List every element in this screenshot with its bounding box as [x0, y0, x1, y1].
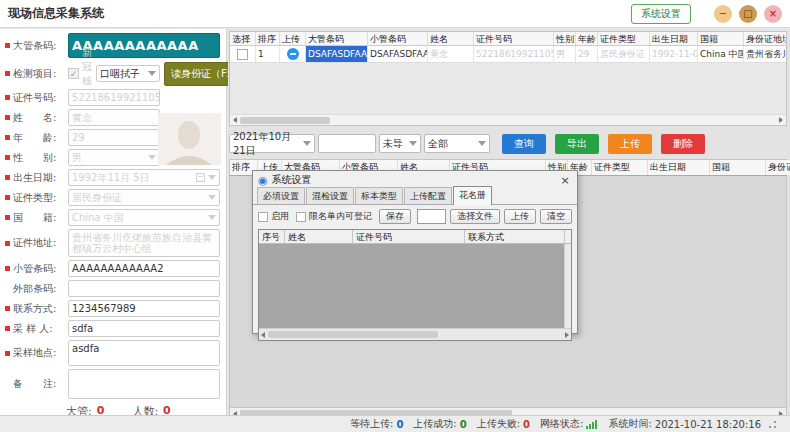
close-button[interactable]: × [764, 5, 782, 23]
roster-controls: 启用 限名单内可登记 保存 选择文件 上传 清空 [253, 205, 577, 227]
swab-type-select[interactable]: 口咽拭子 [96, 65, 160, 82]
tab-required-settings[interactable]: 必填设置 [257, 187, 305, 204]
field-label: 证件类型: [13, 191, 68, 205]
horizontal-scrollbar[interactable] [259, 328, 571, 340]
upload-button[interactable]: 上传 [608, 134, 652, 154]
column-header[interactable]: 国籍 [698, 32, 744, 45]
column-header[interactable]: 排序 [256, 32, 280, 45]
column-header[interactable]: 证件号码 [474, 32, 554, 45]
field-label: 证件地址: [13, 236, 68, 250]
sample-place-input[interactable]: asdfa [68, 340, 220, 366]
cell-order: 1 [256, 46, 280, 62]
scope-filter-select[interactable]: 全部 [424, 134, 490, 153]
gender-select[interactable]: 男 [68, 149, 160, 166]
field-label: 联系方式: [13, 302, 68, 316]
scroll-left-icon[interactable] [233, 117, 237, 123]
maximize-button[interactable]: □ [739, 5, 757, 23]
chevron-down-icon [148, 71, 156, 76]
column-header[interactable]: 国籍 [710, 160, 766, 175]
birth-date-picker[interactable]: 1992年11月 5日 [68, 169, 220, 186]
cell-id-number: 522186199211051531 [474, 46, 554, 62]
table-row[interactable]: 1 DSAFASDFAAAS DSAFASDFAAAS1 黄念 52218619… [230, 46, 787, 63]
column-header[interactable]: 出生日期 [650, 32, 698, 45]
covid-test-checkbox[interactable]: ✓ [68, 68, 79, 79]
tab-roster[interactable]: 花名册 [453, 186, 492, 205]
cell-big-tube[interactable]: DSAFASDFAAAS [306, 46, 368, 62]
age-input[interactable]: 29 [68, 129, 160, 146]
export-button[interactable]: 导出 [555, 134, 599, 154]
column-header[interactable]: 大管条码 [306, 32, 368, 45]
required-marker [5, 115, 10, 120]
required-marker [5, 326, 10, 331]
column-header[interactable]: 姓名 [285, 230, 353, 243]
row-checkbox[interactable] [237, 49, 248, 60]
nationality-select[interactable]: China 中国 [68, 209, 220, 226]
scroll-right-icon[interactable] [779, 117, 783, 123]
date-select[interactable]: 2021年10月21日 [229, 134, 315, 153]
vertical-scrollbar[interactable] [564, 244, 571, 328]
field-label: 备 注: [13, 377, 68, 391]
required-marker [5, 351, 10, 356]
scrollbar-thumb[interactable] [268, 331, 438, 338]
column-header[interactable]: 证件号码 [353, 230, 465, 243]
scrollbar-thumb[interactable] [240, 117, 330, 124]
minimize-button[interactable]: − [714, 5, 732, 23]
column-header[interactable]: 证件类型 [598, 32, 650, 45]
cert-type-select[interactable]: 居民身份证 [68, 189, 220, 206]
export-filter-select[interactable]: 未导 [379, 134, 421, 153]
tab-upload-config[interactable]: 上传配置 [404, 187, 452, 204]
field-nationality: 国 籍: China 中国 [4, 209, 220, 226]
contact-input[interactable]: 1234567989 [68, 300, 220, 317]
clear-button[interactable]: 清空 [540, 209, 572, 224]
cell-address: 贵州省务川仡佬族苗族自治县黄都镇万云村中心组 [744, 46, 787, 62]
choose-file-button[interactable]: 选择文件 [450, 209, 500, 224]
tab-mixed-test-settings[interactable]: 混检设置 [306, 187, 354, 204]
horizontal-scrollbar[interactable] [230, 114, 786, 125]
column-header[interactable]: 出生日期 [648, 160, 710, 175]
chevron-down-icon [303, 141, 311, 146]
column-header[interactable]: 上传 [280, 32, 306, 45]
system-settings-button[interactable]: 系统设置 [631, 4, 691, 24]
column-header[interactable]: 身份证地址 [744, 32, 787, 45]
column-header[interactable]: 小管条码 [368, 32, 428, 45]
resize-grip[interactable] [769, 421, 776, 428]
file-path-input[interactable] [417, 209, 446, 224]
dialog-close-button[interactable]: × [558, 174, 572, 187]
column-header[interactable]: 选择 [230, 32, 256, 45]
tab-specimen-type[interactable]: 标本类型 [355, 187, 403, 204]
cert-address-input[interactable]: 贵州省务川仡佬族苗族自治县黄都镇万云村中心组 [68, 229, 220, 257]
scroll-right-icon[interactable] [565, 332, 569, 338]
column-header[interactable]: 序号 [259, 230, 285, 243]
external-barcode-input[interactable] [68, 280, 220, 297]
maximize-icon: □ [743, 8, 752, 19]
query-button[interactable]: 查询 [502, 134, 546, 154]
column-header[interactable]: 联系方式 [465, 230, 565, 243]
delete-button[interactable]: 删除 [661, 134, 705, 154]
save-settings-button[interactable]: 保存 [379, 209, 411, 224]
small-tube-barcode-input[interactable]: AAAAAAAAAAAA2 [68, 260, 220, 277]
field-test-item: 检测项目: ✓ 新冠核酸 口咽拭子 读身份证（F5） [4, 61, 220, 86]
id-number-input[interactable]: 522186199211051531 [68, 89, 160, 106]
scroll-left-icon[interactable] [261, 332, 265, 338]
scrollbar-track[interactable] [268, 331, 562, 338]
roster-upload-button[interactable]: 上传 [504, 209, 536, 224]
enable-checkbox[interactable] [258, 212, 268, 222]
scrollbar-track[interactable] [240, 117, 776, 124]
remark-input[interactable] [68, 369, 220, 399]
column-header[interactable]: 年龄 [576, 32, 598, 45]
column-header[interactable]: 性别 [554, 32, 576, 45]
column-header[interactable]: 身份证地址 [766, 160, 790, 175]
sampler-input[interactable]: sdfa [68, 320, 220, 337]
name-input[interactable]: 黄念 [68, 109, 160, 126]
column-header[interactable]: 姓名 [428, 32, 474, 45]
status-bar: 等待上传: 0 上传成功: 0 上传失败: 0 网络状态: 系统时间: 2021… [0, 415, 790, 432]
upload-success-count: 0 [460, 419, 467, 430]
chevron-down-icon [208, 195, 216, 200]
date-value: 2021年10月21日 [233, 130, 300, 158]
column-header[interactable]: 证件类型 [592, 160, 648, 175]
titlebar: 现场信息采集系统 系统设置 − □ × [0, 0, 790, 28]
restrict-to-list-checkbox[interactable] [296, 212, 306, 222]
close-icon: × [769, 8, 777, 19]
keyword-input[interactable] [318, 134, 376, 153]
field-id-number: 证件号码: 522186199211051531 [4, 89, 220, 106]
